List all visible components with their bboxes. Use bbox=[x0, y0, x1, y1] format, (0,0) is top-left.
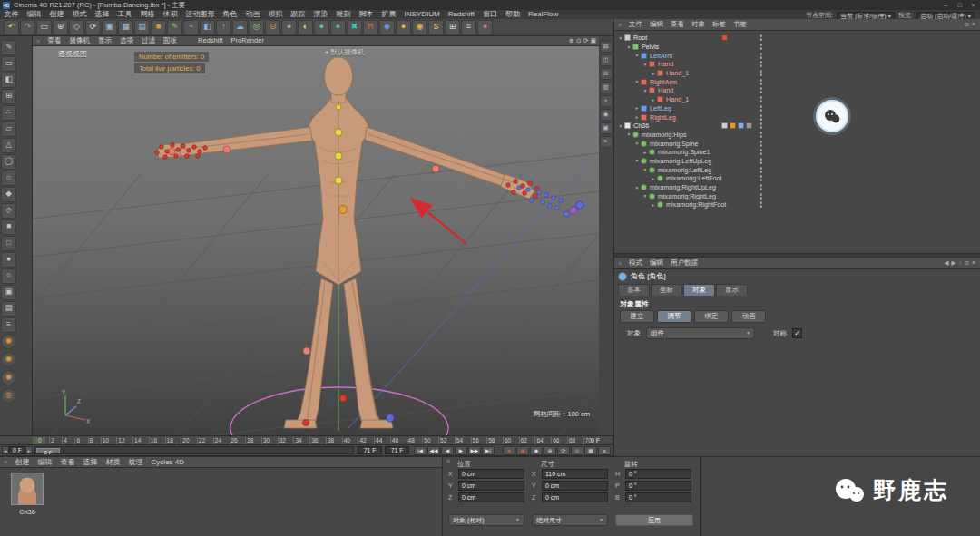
expand-icon[interactable]: ▾ bbox=[625, 132, 632, 137]
visibility-dots[interactable] bbox=[760, 175, 762, 181]
palette-icon[interactable]: ◆ bbox=[1, 187, 16, 202]
palette-icon[interactable]: ⌂ bbox=[1, 171, 16, 186]
timeline-tick[interactable]: 68 bbox=[567, 437, 575, 444]
render-visibility-dot[interactable] bbox=[760, 38, 762, 41]
viewport-nav-icon[interactable]: ▣ bbox=[590, 36, 596, 45]
coordinate-value-field[interactable]: 0 cm bbox=[458, 492, 524, 502]
palette-icon[interactable]: ● bbox=[1, 252, 16, 268]
visibility-dots[interactable] bbox=[760, 158, 762, 164]
panel-strip-icon[interactable]: ▤ bbox=[600, 41, 612, 53]
attributes-header-icon[interactable]: ◀ bbox=[945, 259, 949, 267]
palette-icon[interactable]: ▤ bbox=[1, 301, 16, 317]
record-button[interactable]: ⟳ bbox=[557, 446, 570, 455]
visibility-dots[interactable] bbox=[760, 70, 762, 76]
palette-icon[interactable]: ◯ bbox=[1, 154, 16, 170]
viewport-menu-icon[interactable]: ≡ bbox=[33, 38, 44, 44]
object-manager-menu-item[interactable]: 标签 bbox=[709, 20, 730, 29]
toolbar-icon[interactable]: ⟳ bbox=[85, 20, 101, 35]
viewport-render-menu-item[interactable]: ProRender bbox=[227, 36, 268, 45]
toolbar-icon[interactable]: ■ bbox=[151, 20, 166, 35]
transport-button[interactable]: ◀ bbox=[441, 446, 454, 455]
viewport-render-menu-item[interactable]: Redshift bbox=[194, 36, 228, 45]
timeline-tick[interactable]: 50 bbox=[422, 437, 430, 444]
character-subtab-button[interactable]: 绑定 bbox=[694, 310, 729, 323]
coordinate-value-field[interactable]: 0 cm bbox=[542, 481, 608, 491]
expand-icon[interactable]: ▾ bbox=[633, 53, 641, 58]
coordinate-value-field[interactable]: 0 cm bbox=[458, 481, 524, 491]
record-button[interactable]: ≡ bbox=[598, 446, 611, 455]
material-menu-item[interactable]: 编辑 bbox=[34, 458, 56, 467]
toolbar-icon[interactable]: ◆ bbox=[379, 20, 395, 35]
editor-visibility-dot[interactable] bbox=[760, 141, 762, 143]
tag-icon[interactable] bbox=[738, 122, 744, 129]
material-menu-item[interactable]: 创建 bbox=[11, 458, 34, 467]
editor-visibility-dot[interactable] bbox=[760, 175, 762, 178]
editor-visibility-dot[interactable] bbox=[760, 132, 762, 134]
attributes-menu-item[interactable]: 编辑 bbox=[646, 258, 667, 268]
object-manager-menu-item[interactable]: 查看 bbox=[667, 20, 688, 29]
menubar-item[interactable]: 跟踪 bbox=[287, 10, 309, 19]
material-menu-icon[interactable]: ≡ bbox=[0, 459, 11, 465]
panel-strip-icon[interactable]: ◫ bbox=[600, 54, 612, 66]
object-manager-menu-icon[interactable]: ≡ bbox=[614, 22, 625, 28]
expand-icon[interactable]: ▾ bbox=[617, 35, 624, 41]
toolbar-icon[interactable]: ✎ bbox=[167, 20, 182, 35]
panel-strip-icon[interactable]: ≡ bbox=[600, 136, 612, 148]
editor-visibility-dot[interactable] bbox=[760, 61, 762, 63]
timeline-tick[interactable]: 34 bbox=[293, 437, 301, 444]
tree-row[interactable]: ▾mixamorig:Spine bbox=[614, 139, 980, 148]
timeline-tick[interactable]: 4 bbox=[62, 437, 67, 444]
palette-icon[interactable]: ○ bbox=[1, 268, 16, 284]
timeline-tick[interactable]: 52 bbox=[438, 437, 446, 444]
timeline-tick[interactable]: 2 bbox=[49, 437, 54, 444]
tree-row[interactable]: ▸Hand_1 bbox=[614, 69, 980, 78]
expand-icon[interactable]: ▸ bbox=[642, 150, 649, 155]
toolbar-icon[interactable]: ~ bbox=[183, 20, 199, 35]
toolbar-icon[interactable]: ● bbox=[314, 20, 329, 35]
toolbar-icon[interactable]: ☁ bbox=[232, 20, 248, 35]
timeline-tick[interactable]: 60 bbox=[503, 437, 511, 444]
timeline-tick[interactable]: 10 bbox=[101, 437, 109, 444]
current-frame-field[interactable]: 0 F bbox=[9, 446, 25, 454]
panel-strip-icon[interactable]: ▣ bbox=[600, 122, 612, 134]
menubar-item[interactable]: 编辑 bbox=[23, 10, 45, 19]
visibility-dots[interactable] bbox=[760, 87, 762, 93]
render-visibility-dot[interactable] bbox=[760, 83, 762, 85]
timeline-tick[interactable]: 40 bbox=[342, 437, 350, 444]
toolbar-icon[interactable]: ● bbox=[330, 20, 346, 35]
material-menu-item[interactable]: 纹理 bbox=[124, 458, 147, 467]
toolbar-icon[interactable]: ⊞ bbox=[445, 20, 460, 35]
attributes-tab[interactable]: 显示 bbox=[716, 284, 748, 296]
expand-icon[interactable]: ▸ bbox=[633, 114, 641, 120]
editor-visibility-dot[interactable] bbox=[760, 167, 762, 170]
material-menu-item[interactable]: 选择 bbox=[79, 458, 102, 467]
toolbar-icon[interactable]: R bbox=[363, 20, 378, 35]
coordinate-value-field[interactable]: 0 cm bbox=[458, 469, 524, 479]
toolbar-icon[interactable]: ≡ bbox=[461, 20, 476, 35]
palette-icon[interactable]: ▱ bbox=[1, 122, 16, 137]
visibility-dots[interactable] bbox=[760, 34, 762, 41]
record-button[interactable]: ◇ bbox=[571, 446, 583, 455]
menubar-item[interactable]: 工具 bbox=[113, 10, 136, 19]
tag-icon[interactable] bbox=[721, 122, 728, 129]
attributes-menu-icon[interactable]: ≡ bbox=[614, 260, 625, 267]
toolbar-icon[interactable]: ◇ bbox=[69, 20, 84, 35]
plugin-palette-icon[interactable]: ◉ bbox=[1, 352, 16, 367]
viewport-canvas[interactable] bbox=[33, 46, 599, 435]
render-visibility-dot[interactable] bbox=[760, 171, 762, 173]
timeline-tick[interactable]: 28 bbox=[245, 437, 253, 444]
timeline-tick[interactable]: 0 bbox=[36, 437, 42, 444]
timeline-tick[interactable]: 42 bbox=[358, 437, 366, 444]
tree-row[interactable]: ▾Root bbox=[614, 34, 980, 43]
render-visibility-dot[interactable] bbox=[760, 188, 762, 190]
frame-increment-button[interactable]: ▸ bbox=[25, 446, 33, 454]
palette-icon[interactable]: ⊞ bbox=[1, 89, 16, 104]
expand-icon[interactable]: ▸ bbox=[650, 176, 657, 181]
transport-button[interactable]: ▶ bbox=[455, 446, 467, 455]
editor-visibility-dot[interactable] bbox=[760, 44, 762, 46]
timeline-tick[interactable]: 24 bbox=[213, 437, 221, 444]
render-visibility-dot[interactable] bbox=[760, 100, 762, 102]
expand-icon[interactable]: ▸ bbox=[650, 97, 657, 102]
editor-visibility-dot[interactable] bbox=[760, 53, 762, 55]
toolbar-icon[interactable]: ◧ bbox=[200, 20, 215, 35]
